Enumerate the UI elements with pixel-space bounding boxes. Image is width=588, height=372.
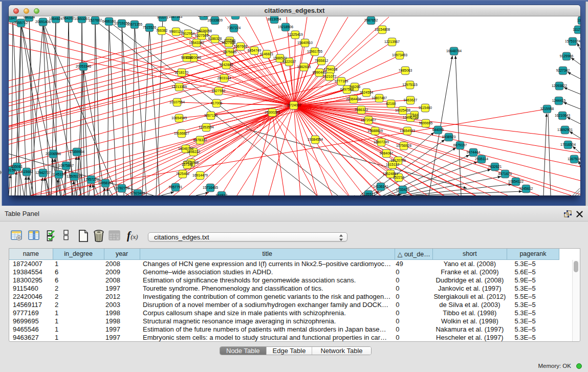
svg-text:17957223: 17957223 <box>83 178 99 181</box>
svg-text:1847: 1847 <box>9 16 16 20</box>
svg-text:20206556: 20206556 <box>46 152 61 156</box>
svg-text:2718170: 2718170 <box>175 71 189 74</box>
svg-text:20053346: 20053346 <box>76 64 91 68</box>
svg-text:9474444: 9474444 <box>467 150 481 154</box>
svg-text:5322037: 5322037 <box>282 60 296 63</box>
svg-text:14136141: 14136141 <box>373 185 388 188</box>
svg-text:19166827: 19166827 <box>174 132 189 135</box>
svg-text:1527602: 1527602 <box>89 18 102 22</box>
svg-text:18807249: 18807249 <box>374 140 389 144</box>
svg-text:944812: 944812 <box>216 193 228 195</box>
svg-text:12093822: 12093822 <box>552 84 567 87</box>
svg-text:16033809: 16033809 <box>207 18 223 22</box>
svg-text:7955812: 7955812 <box>315 59 329 62</box>
svg-text:15226058: 15226058 <box>197 29 212 33</box>
svg-text:15640910: 15640910 <box>297 41 313 45</box>
svg-text:25300203: 25300203 <box>265 111 280 114</box>
svg-text:19384554: 19384554 <box>308 138 323 141</box>
svg-text:7632621: 7632621 <box>488 165 502 168</box>
svg-text:10807487: 10807487 <box>372 96 387 100</box>
svg-text:8186328: 8186328 <box>208 37 222 40</box>
svg-text:766382: 766382 <box>156 29 168 32</box>
svg-text:8427552: 8427552 <box>212 89 226 93</box>
svg-text:12213369: 12213369 <box>171 85 187 89</box>
svg-text:9129966: 9129966 <box>560 54 574 58</box>
svg-text:746266: 746266 <box>349 85 361 89</box>
svg-text:11121: 11121 <box>577 18 580 22</box>
svg-text:2367608: 2367608 <box>234 45 248 48</box>
svg-text:9242848: 9242848 <box>220 63 233 67</box>
svg-text:17016504: 17016504 <box>560 143 576 146</box>
svg-text:9227342: 9227342 <box>556 69 570 72</box>
svg-text:7485063: 7485063 <box>399 69 412 72</box>
svg-text:1167534: 1167534 <box>568 157 580 161</box>
svg-text:2803144: 2803144 <box>217 76 231 80</box>
svg-text:8912954: 8912954 <box>181 32 195 35</box>
svg-text:7357224: 7357224 <box>227 26 241 30</box>
svg-text:10107554: 10107554 <box>169 100 185 104</box>
svg-text:3215958: 3215958 <box>540 107 554 111</box>
svg-text:903371: 903371 <box>157 16 169 19</box>
svg-text:10654122: 10654122 <box>508 180 524 183</box>
svg-text:8471676: 8471676 <box>498 172 512 176</box>
svg-text:417006: 417006 <box>211 101 223 105</box>
svg-text:20691406: 20691406 <box>35 20 51 24</box>
svg-text:12942737: 12942737 <box>35 171 51 174</box>
svg-text:16782759: 16782759 <box>114 186 129 190</box>
svg-text:7644: 7644 <box>410 113 418 117</box>
svg-text:16543382: 16543382 <box>189 41 204 45</box>
svg-text:11353594: 11353594 <box>199 125 214 129</box>
svg-text:18724007: 18724007 <box>286 103 301 107</box>
svg-text:16120746: 16120746 <box>390 159 406 162</box>
svg-text:2935114: 2935114 <box>475 157 488 161</box>
svg-text:62160: 62160 <box>386 102 396 105</box>
svg-text:6679197: 6679197 <box>453 143 467 147</box>
svg-text:9463627: 9463627 <box>404 98 418 102</box>
svg-text:8990448: 8990448 <box>313 71 326 74</box>
svg-text:10653267: 10653267 <box>74 17 90 20</box>
svg-text:12923446: 12923446 <box>130 191 145 195</box>
svg-text:1588520: 1588520 <box>273 56 287 60</box>
svg-text:7986322: 7986322 <box>355 108 368 112</box>
svg-text:12505135: 12505135 <box>67 174 82 178</box>
svg-text:10688609: 10688609 <box>367 129 383 133</box>
svg-text:9327503: 9327503 <box>195 34 209 37</box>
svg-text:6794028: 6794028 <box>324 68 338 71</box>
svg-text:16154808: 16154808 <box>375 28 390 31</box>
svg-text:989014: 989014 <box>181 56 193 59</box>
svg-text:3875685: 3875685 <box>223 50 237 54</box>
svg-text:157348: 157348 <box>182 163 193 166</box>
svg-text:10025438: 10025438 <box>395 108 410 112</box>
svg-text:9135512: 9135512 <box>362 192 376 195</box>
svg-text:1733426: 1733426 <box>396 188 410 191</box>
svg-text:2087652: 2087652 <box>364 18 378 22</box>
svg-text:1615112: 1615112 <box>386 163 399 166</box>
svg-text:1621072: 1621072 <box>323 75 337 78</box>
svg-text:644095: 644095 <box>432 128 444 132</box>
svg-text:13524851: 13524851 <box>383 172 398 176</box>
svg-text:13654923: 13654923 <box>400 129 415 133</box>
svg-text:10961755: 10961755 <box>307 50 322 53</box>
svg-text:10973493: 10973493 <box>392 53 407 57</box>
svg-text:10756928: 10756928 <box>396 144 411 147</box>
svg-text:15720407: 15720407 <box>361 118 376 122</box>
svg-text:20364436: 20364436 <box>346 97 361 101</box>
svg-text:15716485: 15716485 <box>203 186 218 189</box>
svg-text:104527: 104527 <box>198 16 210 17</box>
svg-text:10654943: 10654943 <box>171 116 187 120</box>
svg-text:11325419: 11325419 <box>288 33 303 36</box>
svg-text:39159: 39159 <box>9 168 16 172</box>
svg-text:1362615: 1362615 <box>297 65 311 69</box>
svg-text:7515526: 7515526 <box>143 26 157 29</box>
svg-text:15751074: 15751074 <box>565 39 580 43</box>
svg-text:777216: 777216 <box>230 16 242 17</box>
svg-text:964202: 964202 <box>63 16 75 20</box>
svg-text:10975867: 10975867 <box>58 164 74 167</box>
svg-text:19218506: 19218506 <box>278 25 293 29</box>
svg-text:1244415: 1244415 <box>552 99 566 102</box>
svg-text:16648784: 16648784 <box>446 49 462 53</box>
svg-text:8678332: 8678332 <box>193 138 207 142</box>
svg-text:1115682: 1115682 <box>20 170 33 173</box>
svg-text:3267130: 3267130 <box>204 114 218 117</box>
svg-text:12213967: 12213967 <box>384 40 400 43</box>
